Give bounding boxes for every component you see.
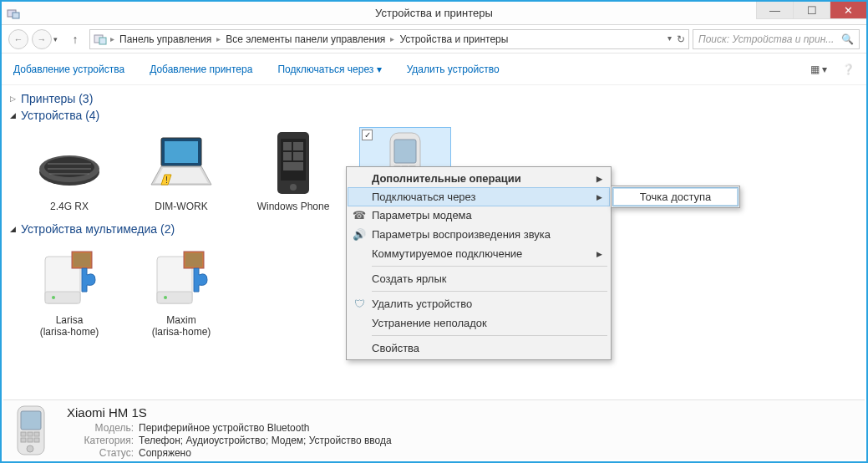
context-menu: Дополнительные операции Подключаться чер… bbox=[346, 166, 612, 360]
shield-icon: 🛡 bbox=[353, 298, 366, 311]
collapse-icon: ◢ bbox=[10, 225, 16, 233]
phone-icon bbox=[256, 130, 331, 197]
device-label: 2.4G RX bbox=[50, 201, 89, 212]
menu-dialup[interactable]: Коммутируемое подключение bbox=[348, 244, 609, 263]
menu-remove-device[interactable]: 🛡Удалить устройство bbox=[348, 294, 609, 313]
modem-icon: ☎ bbox=[353, 209, 366, 222]
search-placeholder: Поиск: Устройства и прин... bbox=[698, 33, 834, 45]
details-status: Сопряжено bbox=[139, 447, 191, 459]
forward-button[interactable]: → bbox=[32, 29, 52, 49]
svg-point-23 bbox=[290, 184, 297, 191]
svg-rect-20 bbox=[283, 152, 292, 160]
connect-via-button[interactable]: Подключаться через ▾ bbox=[277, 64, 381, 75]
svg-rect-40 bbox=[74, 253, 90, 267]
menu-troubleshoot[interactable]: Устранение неполадок bbox=[348, 313, 609, 333]
group-multimedia-label: Устройства мультимедиа bbox=[21, 222, 157, 236]
media-host: (larisa-home) bbox=[27, 326, 112, 338]
svg-rect-50 bbox=[34, 432, 39, 436]
media-item-maxim[interactable]: Maxim (larisa-home) bbox=[135, 241, 227, 341]
group-devices-label: Устройства bbox=[21, 109, 82, 122]
svg-rect-47 bbox=[21, 411, 41, 430]
group-devices-count: (4) bbox=[85, 109, 99, 122]
media-label: Maxim bbox=[166, 314, 195, 326]
group-printers-count: (3) bbox=[79, 92, 93, 105]
device-item-keyboard[interactable]: 2.4G RX bbox=[23, 127, 115, 217]
context-submenu: Точка доступа bbox=[611, 186, 740, 208]
svg-rect-21 bbox=[293, 152, 303, 160]
navbar: ← → ▾ ↑ ▸ Панель управления ▸ Все элемен… bbox=[2, 25, 866, 53]
svg-rect-53 bbox=[34, 438, 39, 442]
help-button[interactable]: ❔ bbox=[842, 64, 855, 75]
group-devices[interactable]: ◢ Устройства (4) bbox=[10, 109, 858, 122]
menu-properties[interactable]: Свойства bbox=[348, 338, 609, 358]
details-pane: Xiaomi HM 1S Модель:Периферийное устройс… bbox=[3, 399, 865, 460]
svg-rect-18 bbox=[283, 142, 292, 150]
toolbar: Добавление устройства Добавление принтер… bbox=[2, 53, 866, 85]
media-item-larisa[interactable]: Larisa (larisa-home) bbox=[23, 241, 115, 341]
svg-point-54 bbox=[27, 445, 33, 452]
svg-rect-3 bbox=[99, 38, 106, 44]
device-item-laptop[interactable]: ! DIM-WORK bbox=[135, 127, 227, 217]
svg-point-43 bbox=[164, 296, 167, 299]
svg-rect-19 bbox=[293, 142, 303, 150]
back-button[interactable]: ← bbox=[8, 29, 28, 49]
group-printers-label: Принтеры bbox=[21, 92, 75, 105]
minimize-button[interactable]: — bbox=[756, 2, 793, 19]
device-item-winphone[interactable]: Windows Phone bbox=[247, 127, 339, 217]
details-category: Телефон; Аудиоустройство; Модем; Устройс… bbox=[139, 435, 392, 446]
search-icon: 🔍 bbox=[841, 33, 854, 45]
media-server-icon bbox=[144, 244, 219, 311]
svg-rect-11 bbox=[165, 141, 198, 163]
details-name: Xiaomi HM 1S bbox=[67, 405, 392, 420]
maximize-button[interactable]: ☐ bbox=[793, 2, 830, 19]
group-printers[interactable]: ▷ Принтеры (3) bbox=[10, 92, 858, 105]
remove-device-button[interactable]: Удалить устройство bbox=[407, 64, 500, 75]
svg-text:!: ! bbox=[165, 175, 168, 185]
view-options-button[interactable]: ▦ ▾ bbox=[810, 64, 827, 75]
menu-sound-params[interactable]: 🔊Параметры воспроизведения звука bbox=[348, 225, 609, 244]
media-host: (larisa-home) bbox=[139, 326, 224, 338]
add-device-button[interactable]: Добавление устройства bbox=[13, 64, 124, 75]
svg-point-38 bbox=[52, 296, 55, 299]
speaker-icon: 🔊 bbox=[353, 228, 366, 242]
group-multimedia-count: (2) bbox=[160, 222, 175, 236]
address-dropdown[interactable]: ▾ bbox=[667, 33, 672, 45]
details-category-label: Категория: bbox=[67, 435, 134, 446]
close-button[interactable]: ✕ bbox=[830, 2, 866, 19]
add-printer-button[interactable]: Добавление принтера bbox=[150, 64, 252, 75]
history-dropdown[interactable]: ▾ bbox=[53, 35, 58, 43]
breadcrumb-2[interactable]: Все элементы панели управления bbox=[222, 33, 388, 45]
svg-rect-49 bbox=[28, 432, 33, 436]
svg-rect-52 bbox=[28, 438, 33, 442]
breadcrumb-1[interactable]: Панель управления bbox=[116, 33, 215, 45]
submenu-access-point[interactable]: Точка доступа bbox=[612, 187, 739, 206]
menu-modem-params[interactable]: ☎Параметры модема bbox=[348, 206, 609, 225]
laptop-icon: ! bbox=[144, 130, 219, 197]
svg-rect-42 bbox=[157, 292, 192, 303]
selection-checkbox[interactable]: ✓ bbox=[362, 130, 373, 140]
svg-rect-45 bbox=[185, 253, 202, 267]
keyboard-icon bbox=[32, 130, 107, 197]
collapse-icon: ◢ bbox=[10, 111, 16, 120]
window-title: Устройства и принтеры bbox=[2, 7, 866, 19]
menu-connect-via[interactable]: Подключаться через bbox=[348, 187, 610, 206]
expand-icon: ▷ bbox=[10, 94, 16, 103]
search-input[interactable]: Поиск: Устройства и прин... 🔍 bbox=[693, 29, 860, 49]
address-bar[interactable]: ▸ Панель управления ▸ Все элементы панел… bbox=[89, 29, 689, 49]
location-icon bbox=[94, 33, 107, 46]
details-phone-icon bbox=[15, 405, 55, 457]
device-label: DIM-WORK bbox=[155, 201, 207, 212]
media-server-icon bbox=[32, 244, 107, 311]
up-button[interactable]: ↑ bbox=[68, 33, 83, 46]
svg-rect-22 bbox=[283, 162, 303, 170]
svg-rect-51 bbox=[21, 438, 26, 442]
media-label: Larisa bbox=[56, 314, 84, 326]
svg-rect-25 bbox=[394, 140, 416, 163]
svg-rect-37 bbox=[45, 292, 80, 303]
menu-additional-ops[interactable]: Дополнительные операции bbox=[348, 169, 609, 188]
breadcrumb-3[interactable]: Устройства и принтеры bbox=[396, 33, 511, 45]
details-model-label: Модель: bbox=[67, 422, 134, 434]
refresh-button[interactable]: ↻ bbox=[677, 33, 685, 45]
menu-create-shortcut[interactable]: Создать ярлык bbox=[348, 269, 609, 288]
titlebar: Устройства и принтеры — ☐ ✕ bbox=[2, 2, 866, 25]
